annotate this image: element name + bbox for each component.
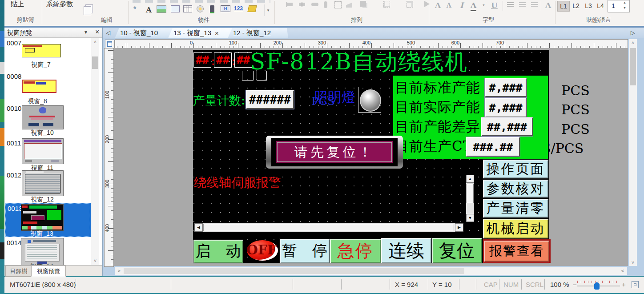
layer-front-icon[interactable] — [383, 1, 390, 8]
scroll-thumb[interactable] — [467, 184, 474, 203]
production-field[interactable]: ###.## — [466, 137, 520, 157]
window-thumbnail-0010[interactable] — [22, 105, 64, 129]
scroll-thumb[interactable] — [630, 48, 636, 85]
alarm-hscrollbar[interactable]: ◀ ▶ — [194, 223, 463, 232]
panel-scrollbar[interactable]: ˄ ˅ — [91, 38, 99, 266]
language-l2-button[interactable]: L2 — [570, 1, 582, 11]
window-caption[interactable]: 視窗_10 — [22, 129, 63, 137]
hmi-screen[interactable]: ## : ## : ## SF-812B自动绕线机 产量计数: ###### P… — [193, 50, 549, 263]
window-caption[interactable]: 視窗_8 — [18, 97, 56, 105]
production-field[interactable]: ##,### — [481, 117, 533, 136]
scroll-down-icon[interactable]: ˅ — [629, 259, 637, 266]
production-row-label[interactable]: 目前标准产能 — [395, 78, 480, 97]
language-l4-button[interactable]: L4 — [595, 1, 606, 11]
clear-format-icon[interactable]: A — [545, 1, 551, 10]
directory-tree-tab[interactable]: 目錄樹 — [5, 266, 32, 277]
alarm-vscrollbar[interactable]: ▲ ▼ — [466, 175, 474, 222]
lamp-object-icon[interactable] — [197, 5, 204, 12]
lamp-knob[interactable] — [358, 87, 381, 113]
rectangle-icon[interactable] — [171, 5, 180, 12]
clock-segment[interactable]: ## — [234, 52, 252, 68]
zoom-slider-thumb[interactable] — [594, 282, 600, 290]
production-field[interactable]: #,### — [485, 78, 527, 97]
production-row-label[interactable]: 目前生产CT — [395, 137, 472, 156]
copy-icon[interactable] — [84, 6, 91, 15]
underline-icon[interactable]: U — [491, 1, 498, 10]
scroll-up-icon[interactable]: ▲ — [466, 175, 474, 183]
window-thumbnail-0014[interactable] — [21, 238, 64, 266]
nudge-icon[interactable] — [346, 1, 352, 8]
window-thumbnail-0008[interactable] — [22, 80, 56, 93]
control-button-continue[interactable]: 连续 — [381, 238, 432, 263]
align-left-icon[interactable] — [286, 2, 293, 7]
meter-icon[interactable]: H — [221, 5, 230, 12]
editor-hscrollbar[interactable]: ˄ ˅ — [115, 267, 627, 275]
spinner-down-icon[interactable]: ▼ — [623, 6, 626, 9]
numeric-object-icon[interactable]: 123 — [234, 5, 243, 12]
control-button-reset[interactable]: 复位 — [431, 238, 482, 263]
language-l1-button[interactable]: L1 — [557, 1, 570, 12]
make-same-size-icon[interactable] — [334, 1, 342, 8]
nav-button-clear-output[interactable]: 产量清零 — [483, 199, 549, 218]
window-preview-tab[interactable]: 視窗預覽 — [31, 266, 66, 277]
burst-icon[interactable]: * — [133, 5, 136, 13]
control-button-estop[interactable]: 急停 — [330, 238, 381, 263]
align-text-right-icon[interactable] — [531, 2, 538, 8]
tab-close-icon[interactable]: × — [215, 29, 219, 37]
clock-segment[interactable]: ## — [193, 52, 211, 68]
lamp-indicator[interactable]: OFF — [243, 238, 280, 262]
clock-segment[interactable]: ## — [214, 52, 232, 68]
spinner-up-icon[interactable]: ▲ — [623, 1, 626, 4]
control-button-start[interactable]: 启 动 — [193, 239, 243, 263]
distribute-h-icon[interactable] — [311, 3, 318, 6]
state-spinner[interactable]: 1 ▲ ▼ — [608, 0, 630, 12]
picture-icon[interactable] — [157, 5, 166, 13]
distribute-v-icon[interactable] — [324, 1, 327, 8]
window-thumbnail-0012[interactable] — [22, 170, 64, 196]
nav-button-alarm-view[interactable]: 报警查看 — [483, 239, 551, 263]
scroll-down-icon[interactable]: ˅ — [91, 258, 99, 264]
grid-icon[interactable] — [183, 5, 192, 12]
align-center-icon[interactable] — [299, 2, 305, 7]
scroll-left-icon[interactable]: ˄ — [115, 267, 123, 274]
scroll-thumb[interactable] — [92, 56, 98, 69]
unit-label[interactable]: PCS — [561, 102, 590, 117]
objects-more-icon[interactable]: ▼ — [264, 4, 272, 16]
editor-vscrollbar[interactable]: ˄ ˅ — [629, 39, 637, 266]
font-shrink-icon[interactable]: A — [447, 2, 451, 9]
align-text-left-icon[interactable] — [507, 2, 514, 8]
scroll-down-icon[interactable]: ▼ — [466, 214, 474, 222]
scroll-right-icon[interactable]: ˅ — [619, 267, 627, 274]
traffic-light-icon[interactable] — [210, 5, 214, 13]
workspace[interactable]: PCS PCS PCS S/PCS ## : ## : ## SF-812B自动… — [114, 48, 628, 266]
zoom-slider[interactable] — [577, 286, 620, 286]
nav-button-operation-page[interactable]: 操作页面 — [483, 159, 549, 179]
scroll-left-icon[interactable]: ◀ — [194, 223, 203, 232]
panel-close-icon[interactable]: × — [95, 28, 99, 36]
language-l3-button[interactable]: L3 — [583, 1, 594, 11]
tab-window-12[interactable]: 12 - 視窗_12 — [228, 28, 288, 38]
font-color-icon[interactable]: A — [471, 1, 476, 11]
marquee-display[interactable]: 请先复位！ — [266, 136, 403, 169]
paste-button[interactable]: 貼上 — [11, 0, 24, 8]
nav-button-machine-start[interactable]: 机械启动 — [483, 219, 549, 239]
window-thumbnail-0007[interactable] — [22, 44, 61, 57]
control-button-pause[interactable]: 暂 停 — [279, 238, 330, 263]
system-params-button[interactable]: 系統參數 — [46, 0, 73, 8]
nav-button-parameter-check[interactable]: 参数核对 — [483, 179, 549, 198]
production-row-label[interactable]: 目前产能差异 — [395, 117, 480, 136]
zoom-out-icon[interactable]: − — [573, 281, 577, 288]
production-field[interactable]: #,### — [485, 98, 527, 117]
window-caption[interactable]: 視窗_7 — [22, 61, 60, 69]
unit-label[interactable]: PCS — [561, 121, 590, 137]
scroll-up-icon[interactable]: ˄ — [91, 39, 99, 45]
tab-scroll-right-icon[interactable]: ▷ — [631, 29, 635, 36]
scroll-right-icon[interactable]: ▶ — [455, 223, 463, 232]
panel-menu-icon[interactable]: ▼ — [84, 30, 88, 35]
group-objects-icon[interactable] — [360, 1, 366, 7]
scroll-thumb[interactable] — [203, 224, 454, 231]
font-color-dropdown-icon[interactable]: ▼ — [482, 4, 485, 7]
fit-screen-icon[interactable] — [632, 281, 639, 288]
tab-window-13[interactable]: 13 - 視窗_13 × — [168, 28, 237, 38]
tab-window-10[interactable]: 10 - 視窗_10 — [115, 28, 178, 38]
